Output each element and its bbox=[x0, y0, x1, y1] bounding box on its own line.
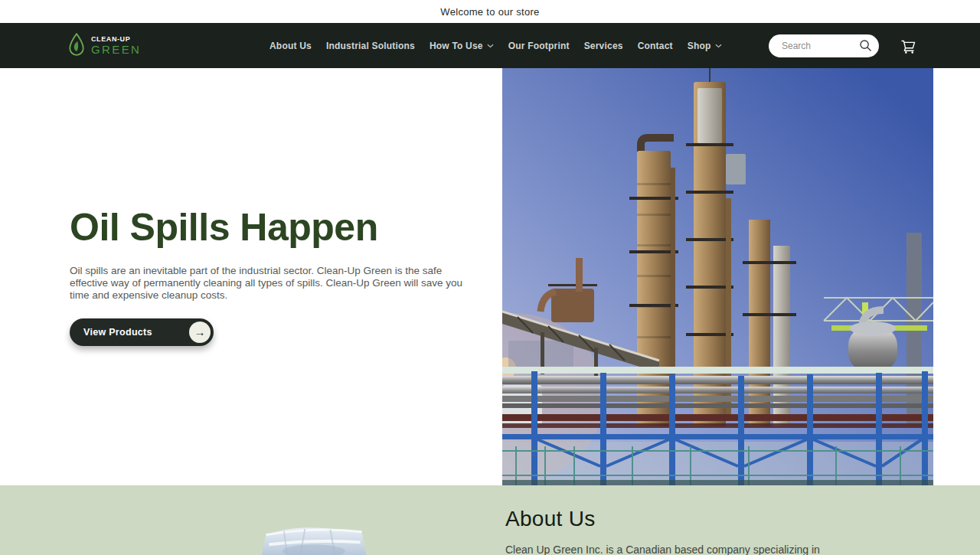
announcement-bar: Welcome to our store bbox=[0, 0, 980, 23]
about-heading: About Us bbox=[505, 507, 596, 531]
nav-item-how-to-use[interactable]: How To Use bbox=[430, 41, 494, 51]
chevron-down-icon bbox=[487, 44, 494, 48]
droplet-leaf-logo-icon bbox=[67, 32, 86, 60]
nav-item-services[interactable]: Services bbox=[584, 41, 623, 51]
nav-item-our-footprint[interactable]: Our Footprint bbox=[508, 41, 570, 51]
hero-title: Oil Spills Happen bbox=[70, 207, 378, 248]
page: Welcome to our store CLEAN-UP GREEN Abou… bbox=[0, 0, 980, 555]
hero-refinery-image bbox=[502, 68, 933, 485]
site-header: CLEAN-UP GREEN About Us Industrial Solut… bbox=[0, 23, 980, 68]
nav-item-shop[interactable]: Shop bbox=[688, 41, 722, 51]
logo-line-1: CLEAN-UP bbox=[91, 36, 141, 43]
nav-item-about-us[interactable]: About Us bbox=[270, 41, 312, 51]
logo-link[interactable]: CLEAN-UP GREEN bbox=[67, 23, 141, 68]
about-section: About Us Clean Up Green Inc. is a Canadi… bbox=[0, 485, 980, 555]
view-products-button[interactable]: View Products → bbox=[70, 318, 214, 346]
chevron-down-icon bbox=[715, 44, 722, 48]
logo-line-2: GREEN bbox=[91, 44, 141, 55]
cart-icon bbox=[900, 38, 916, 54]
cart-button[interactable] bbox=[897, 35, 919, 57]
nav-item-industrial-solutions[interactable]: Industrial Solutions bbox=[326, 41, 415, 51]
product-bag-image bbox=[260, 523, 368, 555]
announcement-text: Welcome to our store bbox=[440, 6, 539, 18]
hero-copy: Oil Spills Happen Oil spills are an inev… bbox=[70, 68, 483, 485]
search-submit-button[interactable] bbox=[856, 37, 874, 55]
about-text: Clean Up Green Inc. is a Canadian based … bbox=[505, 544, 934, 555]
arrow-right-icon: → bbox=[189, 322, 211, 343]
view-products-label: View Products bbox=[83, 327, 152, 338]
search-bar bbox=[769, 34, 879, 57]
main-nav: About Us Industrial Solutions How To Use… bbox=[270, 23, 722, 68]
nav-item-contact[interactable]: Contact bbox=[638, 41, 673, 51]
hero-description: Oil spills are an inevitable part of the… bbox=[70, 265, 479, 302]
search-icon bbox=[859, 39, 872, 52]
logo-wordmark: CLEAN-UP GREEN bbox=[91, 36, 141, 55]
hero-section: Oil Spills Happen Oil spills are an inev… bbox=[0, 68, 980, 485]
